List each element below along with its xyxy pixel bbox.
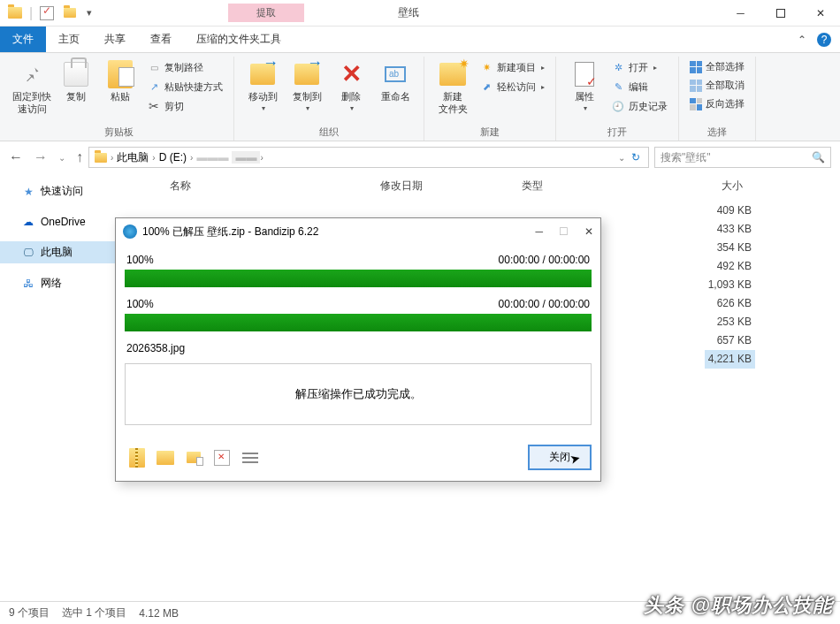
back-button[interactable]: ← — [9, 149, 23, 165]
help-icon[interactable]: ? — [817, 33, 831, 47]
paste-shortcut-button[interactable]: ↗粘贴快捷方式 — [143, 78, 226, 95]
maximize-button[interactable] — [760, 0, 800, 27]
tab-archive-tools[interactable]: 压缩的文件夹工具 — [184, 27, 294, 52]
sidebar-item-quick-access[interactable]: ★快速访问 — [0, 180, 150, 202]
new-item-button[interactable]: ✷新建项目▸ — [476, 58, 548, 76]
delete-button[interactable]: ✕删除▾ — [330, 57, 372, 115]
copy-button[interactable]: 复制 — [55, 57, 97, 103]
progress-bar-2 — [125, 314, 592, 331]
group-organize-label: 组织 — [241, 124, 416, 141]
history-icon: 🕘 — [611, 99, 625, 113]
qat-newfolder-icon[interactable] — [59, 3, 80, 24]
invert-button[interactable]: 反向选择 — [686, 95, 748, 112]
minimize-button[interactable]: ─ — [721, 0, 760, 27]
group-select-label: 选择 — [686, 124, 748, 141]
new-folder-button[interactable]: 新建 文件夹 — [431, 57, 474, 115]
group-new-label: 新建 — [431, 124, 548, 141]
breadcrumb-hidden[interactable]: ▬▬▬ — [193, 151, 232, 164]
select-none-button[interactable]: 全部取消 — [686, 77, 748, 94]
dialog-maximize-button[interactable]: ☐ — [559, 225, 569, 238]
forward-button[interactable]: → — [34, 149, 48, 165]
dialog-minimize-button[interactable]: ─ — [535, 225, 543, 238]
log-button[interactable] — [238, 446, 263, 469]
grid-icon — [690, 61, 702, 73]
pin-to-quick-access-button[interactable]: 固定到快 速访问 — [11, 57, 53, 115]
window-title: 壁纸 — [96, 5, 721, 20]
move-to-button[interactable]: 移动到▾ — [241, 57, 284, 115]
svg-rect-0 — [776, 9, 784, 17]
progress2-time: 00:00:00 / 00:00:00 — [499, 298, 590, 310]
search-icon: 🔍 — [812, 151, 825, 164]
paste-button[interactable]: 粘贴 — [99, 57, 141, 103]
progress-bar-1 — [125, 270, 592, 287]
delete-icon — [214, 450, 230, 466]
x-icon: ✕ — [341, 68, 362, 80]
star-icon: ★ — [21, 185, 35, 199]
window-titlebar: | ▾ 提取 壁纸 ─ ✕ — [0, 0, 840, 27]
address-bar[interactable]: › 此电脑 › D (E:) › ▬▬▬ ▬▬ › ⌄ ↻ — [88, 147, 649, 168]
tab-file[interactable]: 文件 — [0, 27, 46, 52]
group-open-label: 打开 — [563, 124, 671, 141]
status-selected-count: 选中 1 个项目 — [62, 605, 126, 620]
navigation-bar: ← → ⌄ ↑ › 此电脑 › D (E:) › ▬▬▬ ▬▬ › ⌄ ↻ 搜索… — [0, 141, 840, 173]
rename-button[interactable]: 重命名 — [374, 57, 416, 103]
copy-to-button[interactable]: 复制到▾ — [286, 57, 328, 115]
properties-button[interactable]: 属性▾ — [563, 57, 606, 115]
cursor-icon: ➤ — [569, 451, 583, 468]
breadcrumb-folder[interactable]: ▬▬ — [232, 151, 260, 164]
cloud-icon: ☁ — [21, 215, 35, 229]
col-size[interactable]: 大小 — [628, 179, 840, 198]
tab-view[interactable]: 查看 — [138, 27, 184, 52]
network-icon: 🖧 — [21, 277, 35, 291]
easy-access-button[interactable]: ⬈轻松访问▸ — [476, 78, 548, 95]
edit-icon: ✎ — [611, 80, 625, 94]
col-type[interactable]: 类型 — [522, 179, 628, 198]
sparkle-icon: ✷ — [479, 60, 493, 74]
cut-button[interactable]: ✂剪切 — [143, 97, 226, 115]
pin-label: 固定到快 速访问 — [12, 90, 51, 115]
path-icon: ▭ — [147, 60, 161, 74]
progress2-percent: 100% — [126, 298, 154, 310]
open-archive-button[interactable] — [125, 446, 149, 469]
qat-properties-icon[interactable] — [36, 3, 57, 24]
progress1-percent: 100% — [126, 254, 154, 266]
status-item-count: 9 个项目 — [9, 605, 50, 620]
refresh-button[interactable]: ↻ — [625, 151, 646, 164]
group-clipboard-label: 剪贴板 — [11, 124, 226, 141]
column-headers[interactable]: 名称 修改日期 类型 大小 — [150, 173, 840, 198]
open-button[interactable]: ✲打开▸ — [607, 58, 671, 76]
history-button[interactable]: 🕘历史记录 — [607, 97, 671, 115]
delete-archive-button[interactable] — [210, 446, 234, 469]
shortcut-icon: ↗ — [147, 80, 161, 94]
open-subfolder-button[interactable] — [181, 446, 206, 469]
folder-icon — [439, 63, 466, 86]
breadcrumb-pc[interactable]: 此电脑 — [113, 150, 152, 165]
extract-dialog: 100% 已解压 壁纸.zip - Bandizip 6.22 ─ ☐ ✕ 10… — [115, 217, 601, 482]
col-date[interactable]: 修改日期 — [380, 179, 522, 198]
ribbon-collapse-icon[interactable]: ⌃ — [798, 34, 806, 46]
tab-share[interactable]: 共享 — [92, 27, 138, 52]
qat-folder-icon[interactable] — [4, 3, 26, 24]
search-input[interactable]: 搜索"壁纸" 🔍 — [654, 147, 831, 168]
close-button[interactable]: ✕ — [800, 0, 840, 27]
copy-path-button[interactable]: ▭复制路径 — [143, 58, 226, 76]
edit-button[interactable]: ✎编辑 — [607, 78, 671, 95]
select-all-button[interactable]: 全部选择 — [686, 58, 748, 75]
breadcrumb-drive[interactable]: D (E:) — [156, 151, 190, 164]
monitor-icon: 🖵 — [21, 246, 35, 260]
up-button[interactable]: ↑ — [76, 149, 83, 165]
rename-icon — [385, 66, 406, 82]
col-name[interactable]: 名称 — [150, 179, 380, 198]
document-check-icon — [575, 62, 594, 87]
address-dropdown[interactable]: ⌄ — [618, 153, 625, 163]
qat-customize-icon[interactable]: ▾ — [82, 3, 96, 24]
dialog-close-action-button[interactable]: 关闭➤ — [528, 445, 592, 470]
open-folder-button[interactable] — [153, 446, 178, 469]
folder-icon — [157, 451, 174, 465]
folder-icon — [95, 153, 107, 163]
size-column-values: 409 KB433 KB354 KB 492 KB1,093 KB626 KB … — [705, 202, 752, 369]
tab-home[interactable]: 主页 — [46, 27, 92, 52]
dialog-close-button[interactable]: ✕ — [584, 225, 593, 238]
recent-dropdown[interactable]: ⌄ — [58, 153, 65, 163]
dialog-titlebar[interactable]: 100% 已解压 壁纸.zip - Bandizip 6.22 ─ ☐ ✕ — [116, 218, 600, 245]
